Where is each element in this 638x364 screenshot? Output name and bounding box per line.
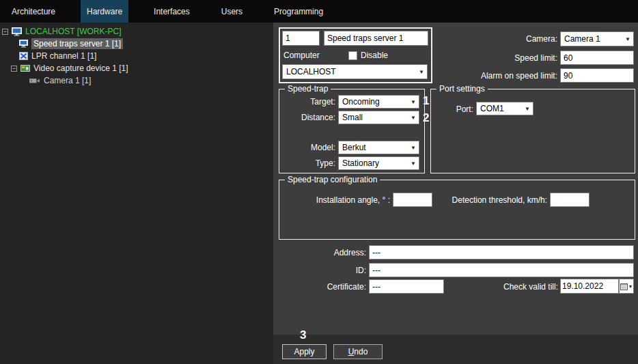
callout-3: 3 xyxy=(300,328,306,342)
tab-hardware[interactable]: Hardware xyxy=(81,0,128,23)
detection-threshold-field[interactable] xyxy=(550,193,590,207)
installation-angle-field[interactable] xyxy=(393,193,432,207)
alarm-on-speed-limit-label: Alarm on speed limit: xyxy=(376,71,557,81)
target-select-value: Oncoming xyxy=(342,97,380,107)
chevron-down-icon: ▼ xyxy=(411,160,416,167)
chevron-down-icon: ▼ xyxy=(628,284,633,289)
model-label: Model: xyxy=(279,143,335,152)
app: { "tabs": { "items": [ { "label": "Archi… xyxy=(0,0,638,364)
type-label: Type: xyxy=(279,158,335,168)
port-settings-group: Port settings Port: COM1 ▼ xyxy=(430,89,635,173)
certificate-field[interactable] xyxy=(369,279,444,294)
type-select[interactable]: Stationary ▼ xyxy=(338,156,419,170)
model-select-value: Berkut xyxy=(342,143,366,152)
tab-interfaces[interactable]: Interfaces xyxy=(148,0,196,23)
undo-rest-chars: ndo xyxy=(354,347,367,356)
type-select-value: Stationary xyxy=(342,158,379,168)
tree-item-localhost[interactable]: − LOCALHOST [WORK-PC] xyxy=(2,25,121,38)
id-label: ID: xyxy=(273,266,366,275)
alarm-on-speed-limit-field[interactable] xyxy=(560,68,634,83)
id-field[interactable] xyxy=(369,263,634,277)
chevron-down-icon: ▼ xyxy=(411,99,416,105)
check-valid-till-label: Check valid till: xyxy=(464,282,558,292)
tab-programming[interactable]: Programming xyxy=(268,0,329,23)
speed-limit-field[interactable] xyxy=(560,51,634,65)
certificate-label: Certificate: xyxy=(273,282,366,292)
port-select[interactable]: COM1 ▼ xyxy=(476,102,533,115)
calendar-icon xyxy=(620,283,628,290)
object-id-field[interactable] xyxy=(282,31,320,46)
camera-label: Camera: xyxy=(376,34,557,44)
camera-select-value: Camera 1 xyxy=(564,34,600,44)
chevron-down-icon: ▼ xyxy=(411,115,416,121)
camera-icon xyxy=(29,77,40,84)
target-select[interactable]: Oncoming ▼ xyxy=(338,95,419,109)
tree-item-lpr-channel[interactable]: LPR channel 1 [1] xyxy=(19,50,96,62)
camera-select[interactable]: Camera 1 ▼ xyxy=(560,31,634,46)
callout-1: 1 xyxy=(423,94,429,108)
address-field[interactable] xyxy=(369,245,634,260)
address-label: Address: xyxy=(273,248,366,257)
installation-angle-label: Installation angle, ° : xyxy=(286,195,390,205)
undo-accel-char: U xyxy=(348,347,355,356)
computer-label: Computer xyxy=(283,51,320,60)
tree-item-speed-traps-server[interactable]: Speed traps server 1 [1] xyxy=(19,38,123,50)
speed-trap-group-label: Speed-trap xyxy=(285,84,331,94)
device-tree-panel: − LOCALHOST [WORK-PC] Speed traps server… xyxy=(0,23,273,364)
speed-trap-group: Speed-trap Target: Oncoming ▼ Distance: … xyxy=(279,89,425,173)
speed-limit-label: Speed limit: xyxy=(376,53,557,63)
date-picker-button[interactable]: ▼ xyxy=(619,279,634,294)
chevron-down-icon: ▼ xyxy=(525,106,530,112)
callout-2: 2 xyxy=(423,111,429,125)
tree-item-label: Speed traps server 1 [1] xyxy=(31,38,123,49)
tree-item-video-capture-device[interactable]: − Video capture device 1 [1] xyxy=(11,62,128,74)
collapse-icon[interactable]: − xyxy=(2,29,8,35)
speed-trap-configuration-group: Speed-trap configuration Installation an… xyxy=(279,180,635,240)
tree-item-label: LOCALHOST [WORK-PC] xyxy=(25,27,121,36)
port-settings-group-label: Port settings xyxy=(436,84,488,94)
tree-item-label: Camera 1 [1] xyxy=(44,76,91,85)
monitor-icon xyxy=(19,40,28,48)
tab-users[interactable]: Users xyxy=(215,0,249,23)
tree-item-label: Video capture device 1 [1] xyxy=(33,64,128,73)
settings-panel: Computer Disable LOCALHOST ▼ Camera: Cam… xyxy=(273,23,638,335)
chevron-down-icon: ▼ xyxy=(411,145,416,151)
model-select[interactable]: Berkut ▼ xyxy=(338,141,419,154)
distance-label: Distance: xyxy=(279,113,335,122)
computer-icon xyxy=(12,27,22,36)
tree-item-camera[interactable]: Camera 1 [1] xyxy=(29,74,91,87)
distance-select[interactable]: Small ▼ xyxy=(338,111,419,124)
chevron-down-icon: ▼ xyxy=(625,36,630,42)
tree-item-label: LPR channel 1 [1] xyxy=(31,51,96,61)
undo-button[interactable]: Undo xyxy=(333,344,383,359)
disable-checkbox[interactable] xyxy=(348,51,357,60)
check-valid-till-field[interactable] xyxy=(560,279,619,294)
apply-button[interactable]: Apply xyxy=(282,344,327,359)
detection-threshold-label: Detection threshold, km/h: xyxy=(438,195,547,205)
port-select-value: COM1 xyxy=(480,104,504,113)
distance-select-value: Small xyxy=(342,113,363,122)
top-tab-bar: Architecture Hardware Interfaces Users P… xyxy=(0,0,638,23)
tab-architecture[interactable]: Architecture xyxy=(5,0,61,23)
lpr-channel-icon xyxy=(19,52,28,60)
speed-trap-configuration-group-label: Speed-trap configuration xyxy=(285,175,380,184)
target-label: Target: xyxy=(279,97,335,107)
button-strip: Apply Undo xyxy=(273,335,638,364)
collapse-icon[interactable]: − xyxy=(11,66,17,72)
computer-select-value: LOCALHOST xyxy=(286,67,336,76)
port-label: Port: xyxy=(438,104,473,114)
capture-board-icon xyxy=(20,64,30,72)
